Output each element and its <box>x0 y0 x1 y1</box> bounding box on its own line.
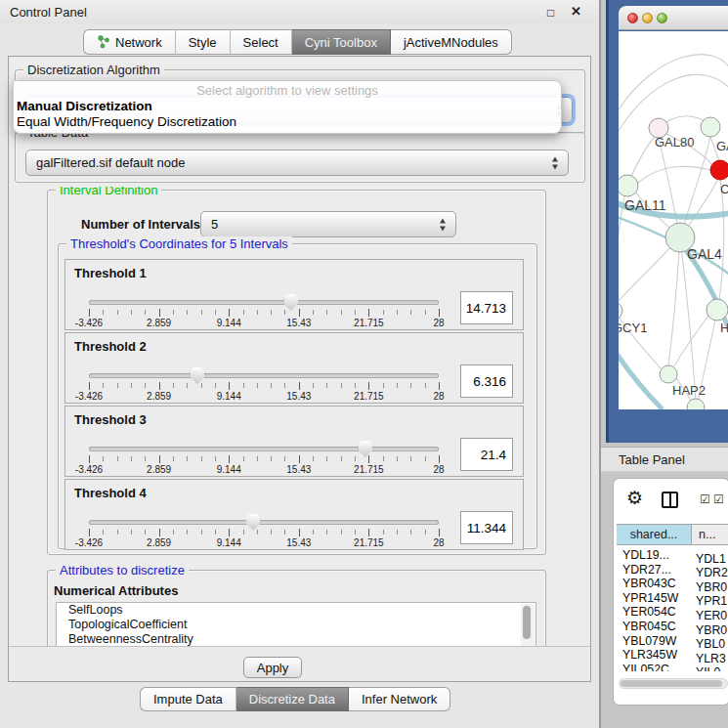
close-icon[interactable]: ✕ <box>571 4 581 19</box>
threshold-label: Threshold 2 <box>74 339 147 354</box>
threshold-panel: Threshold 2 -3.426 <box>64 332 524 404</box>
threshold-panel: Threshold 4 -3.426 <box>64 479 524 550</box>
table-row[interactable]: YLR345WYLR3 <box>617 648 728 663</box>
network-graph: GAL80 GA C GAL11 GAL4 GCY1 H HAP2 <box>619 31 728 409</box>
combo-stepper-icon <box>551 156 560 169</box>
attribute-item[interactable]: TopologicalCoefficient <box>57 618 535 632</box>
control-panel-window: Control Panel □ ✕ Network Style Select C… <box>0 0 599 728</box>
node-label-c: C <box>720 182 728 196</box>
tab-select[interactable]: Select <box>231 29 292 55</box>
slider-minor-ticks <box>89 530 439 535</box>
tab-network-label: Network <box>115 35 162 50</box>
threshold-panel: Threshold 1 -3.426 <box>64 259 524 330</box>
settings-scroll-area: Interval Definition Number of Intervals … <box>9 187 568 646</box>
slider-track[interactable] <box>89 300 439 305</box>
table-header-row: shared... n... <box>617 524 728 545</box>
tab-jactivemnodules[interactable]: jActiveMNodules <box>391 29 512 55</box>
column-header-shared-name[interactable]: shared... <box>617 525 692 544</box>
algorithm-option-equal-width[interactable]: Equal Width/Frequency Discretization <box>14 114 561 130</box>
node-gal11 <box>619 175 638 196</box>
tab-infer-network[interactable]: Infer Network <box>349 687 450 711</box>
number-of-intervals-combobox[interactable]: 5 <box>200 211 456 237</box>
slider-thumb[interactable] <box>190 367 204 384</box>
table-row[interactable]: YPR145WYPR1 <box>617 591 728 606</box>
attributes-group: Attributes to discretize Numerical Attri… <box>47 570 546 646</box>
tab-network[interactable]: Network <box>83 29 176 55</box>
table-rows: YDL19...YDL1 YDR27...YDR2 YBR043CYBR0 YP… <box>617 548 728 671</box>
threshold-panel: Threshold 3 -3.426 <box>64 406 524 477</box>
node-label-h: H <box>720 321 728 335</box>
table-row[interactable]: YIL052CYIL0 <box>617 663 728 671</box>
network-canvas[interactable]: GAL80 GA C GAL11 GAL4 GCY1 H HAP2 <box>619 31 728 409</box>
node-label-gal11: GAL11 <box>624 197 666 213</box>
discretization-algorithm-title: Discretization Algorithm <box>23 63 164 77</box>
table-row[interactable]: YER054CYER0 <box>617 605 728 620</box>
threshold-slider[interactable]: -3.426 2.859 9.144 15.43 21.715 28 <box>89 516 439 549</box>
numerical-attributes-list[interactable]: SelfLoops TopologicalCoefficient Between… <box>56 602 536 646</box>
slider-thumb[interactable] <box>358 441 372 457</box>
attribute-item[interactable]: BetweennessCentrality <box>57 632 535 646</box>
table-row[interactable]: YBR043CYBR0 <box>617 577 728 591</box>
node-label-hap2: HAP2 <box>672 383 706 398</box>
node-label-gal80: GAL80 <box>655 135 694 150</box>
tab-cyni-toolbox[interactable]: Cyni Toolbox <box>292 29 391 55</box>
tab-style[interactable]: Style <box>176 29 231 55</box>
zoom-traffic-light-icon[interactable] <box>657 13 667 23</box>
scrollbar-thumb[interactable] <box>621 680 722 687</box>
table-row[interactable]: YDR27...YDR2 <box>617 563 728 578</box>
threshold-value-field[interactable]: 6.316 <box>460 364 513 398</box>
network-icon <box>97 35 110 49</box>
minimize-traffic-light-icon[interactable] <box>642 13 653 23</box>
threshold-slider[interactable]: -3.426 2.859 9.144 15.43 21.715 28 <box>89 369 439 403</box>
threshold-value-field[interactable]: 21.4 <box>460 438 513 471</box>
table-panel-title: Table Panel <box>619 452 685 467</box>
threshold-slider[interactable]: -3.426 2.859 9.144 15.43 21.715 28 <box>89 443 439 476</box>
slider-track[interactable] <box>89 520 439 525</box>
thresholds-group: Threshold's Coordinates for 5 Intervals … <box>58 243 537 549</box>
tab-impute-data[interactable]: Impute Data <box>140 687 236 711</box>
attributes-list-scrollbar[interactable] <box>521 604 535 646</box>
column-header-name[interactable]: n... <box>699 525 715 544</box>
algorithm-dropdown-popup: Select algorithm to view settings Manual… <box>13 80 562 134</box>
checkbox-icon[interactable]: ☑ <box>713 492 724 506</box>
apply-button-strip: Apply <box>9 646 590 681</box>
table-panel: ⚙ ☑ ☑ shared... n... YDL19...YDL1 YDR27.… <box>613 478 728 706</box>
table-row[interactable]: YDL19...YDL1 <box>617 548 728 563</box>
interval-definition-title: Interval Definition <box>56 187 161 197</box>
threshold-value-field[interactable]: 14.713 <box>460 291 513 324</box>
columns-icon[interactable] <box>662 492 678 508</box>
number-of-intervals-value: 5 <box>211 217 218 232</box>
close-traffic-light-icon[interactable] <box>627 13 638 23</box>
slider-thumb[interactable] <box>246 514 261 531</box>
table-panel-header-bar: Table Panel <box>601 447 728 472</box>
numerical-attributes-label: Numerical Attributes <box>54 583 178 598</box>
apply-button[interactable]: Apply <box>243 657 302 678</box>
table-data-combobox-value: galFiltered.sif default node <box>36 155 185 170</box>
table-horizontal-scrollbar[interactable] <box>619 678 728 689</box>
float-window-icon[interactable]: □ <box>547 6 554 20</box>
node-label-gal4: GAL4 <box>687 246 722 262</box>
window-title: Control Panel <box>10 5 87 20</box>
slider-minor-ticks <box>89 310 439 315</box>
combo-stepper-icon <box>439 218 448 231</box>
table-row[interactable]: YBL079WYBL0 <box>617 634 728 649</box>
threshold-slider[interactable]: -3.426 2.859 9.144 15.43 21.715 28 <box>89 296 439 329</box>
gear-icon[interactable]: ⚙ <box>626 487 643 509</box>
slider-thumb[interactable] <box>283 294 298 311</box>
tab-discretize-data[interactable]: Discretize Data <box>236 687 349 711</box>
table-row[interactable]: YBR045CYBR0 <box>617 620 728 634</box>
slider-track[interactable] <box>89 373 439 378</box>
threshold-label: Threshold 1 <box>74 266 147 280</box>
algorithm-option-manual[interactable]: Manual Discretization <box>14 99 561 114</box>
network-view-window: GAL80 GA C GAL11 GAL4 GCY1 H HAP2 <box>606 0 728 443</box>
table-data-combobox[interactable]: galFiltered.sif default node <box>25 150 569 176</box>
algorithm-popup-hint: Select algorithm to view settings <box>14 81 561 99</box>
scrollbar-thumb[interactable] <box>523 606 531 639</box>
slider-track[interactable] <box>89 447 439 451</box>
attribute-items: SelfLoops TopologicalCoefficient Between… <box>57 603 535 646</box>
threshold-value-field[interactable]: 11.344 <box>460 511 513 544</box>
attribute-item[interactable]: SelfLoops <box>57 603 535 618</box>
checkbox-icon[interactable]: ☑ <box>700 492 710 506</box>
table-data-group: Table Data galFiltered.sif default node <box>15 132 585 183</box>
network-window-titlebar[interactable] <box>619 6 728 30</box>
